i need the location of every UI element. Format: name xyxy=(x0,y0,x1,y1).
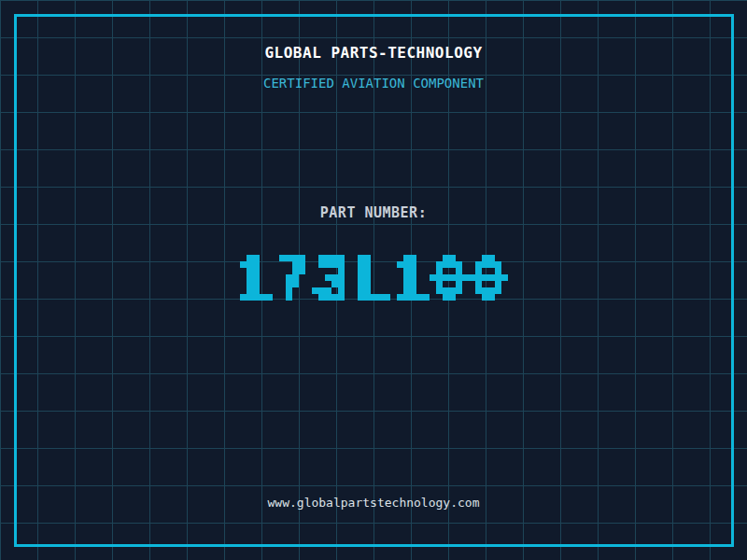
part-number-canvas: 173L100 xyxy=(227,235,521,327)
part-number-display: 173L100 173L100 xyxy=(0,235,747,327)
page-subtitle: CERTIFIED AVIATION COMPONENT xyxy=(0,76,747,91)
part-number-label: PART NUMBER: xyxy=(0,204,747,221)
website-url: www.globalpartstechnology.com xyxy=(0,496,747,510)
certificate-page: GLOBAL PARTS-TECHNOLOGY CERTIFIED AVIATI… xyxy=(0,0,747,560)
page-title: GLOBAL PARTS-TECHNOLOGY xyxy=(0,44,747,62)
